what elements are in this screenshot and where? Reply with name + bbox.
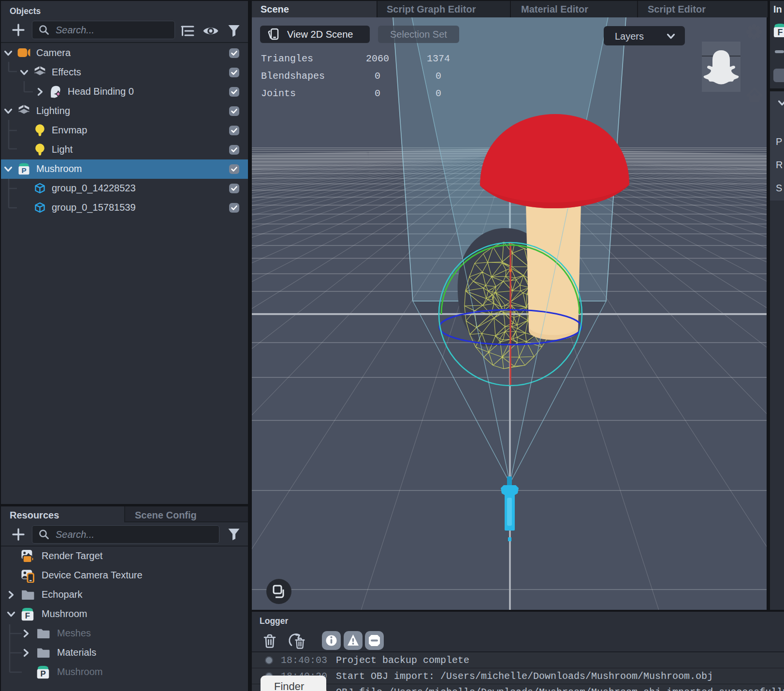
svg-text:P: P xyxy=(40,669,45,678)
svg-text:F: F xyxy=(778,28,783,37)
svg-text:F: F xyxy=(25,611,30,620)
svg-text:P: P xyxy=(21,166,26,174)
